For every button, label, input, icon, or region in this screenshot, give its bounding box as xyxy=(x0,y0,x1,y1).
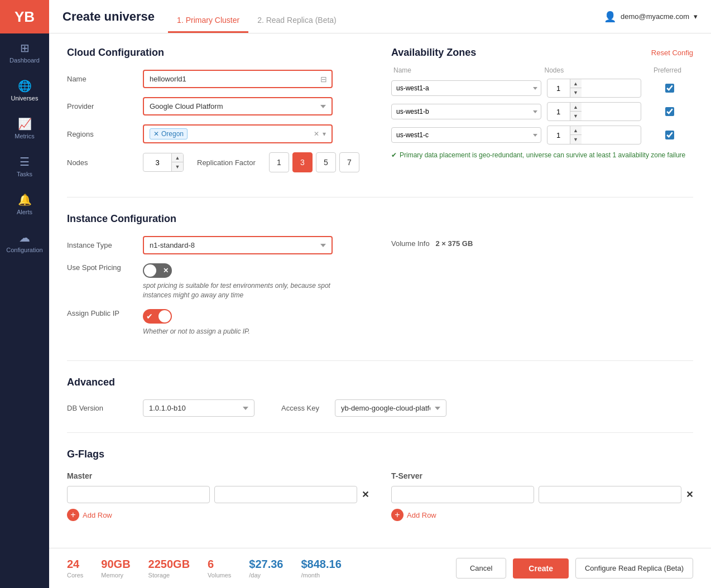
nodes-decrement[interactable]: ▼ xyxy=(172,162,183,171)
az-nodes-input-2[interactable] xyxy=(547,105,570,119)
gflags-tserver-add-row-button[interactable]: + Add Row xyxy=(391,509,436,521)
az-preferred-2[interactable] xyxy=(665,107,674,116)
sidebar-item-alerts[interactable]: 🔔 Alerts xyxy=(0,185,49,223)
az-nodes-input-1[interactable] xyxy=(547,81,570,95)
sidebar-item-tasks[interactable]: ☰ Tasks xyxy=(0,147,49,185)
az-checkbox-1 xyxy=(647,84,694,93)
az-nodes-decrement-3[interactable]: ▼ xyxy=(570,135,582,144)
db-version-label: DB Version xyxy=(67,404,134,412)
az-table-header: Name Nodes Preferred xyxy=(391,66,693,74)
universes-icon: 🌐 xyxy=(18,79,32,93)
toggle-knob-on xyxy=(158,310,171,322)
user-menu[interactable]: 👤 demo@myacme.com ▾ xyxy=(604,11,698,23)
gflags-master-remove[interactable]: ✕ xyxy=(362,489,369,500)
instance-type-label: Instance Type xyxy=(67,241,134,249)
tab-read-replica[interactable]: 2. Read Replica (Beta) xyxy=(248,16,345,33)
stat-cores: 24 Cores xyxy=(67,558,83,579)
user-avatar-icon: 👤 xyxy=(604,11,616,23)
repl-btn-5[interactable]: 5 xyxy=(316,152,336,172)
gflags-master-add-row-button[interactable]: + Add Row xyxy=(67,509,112,521)
public-ip-label: Assign Public IP xyxy=(67,309,134,317)
gflags-master-key-input[interactable] xyxy=(67,486,210,503)
instance-type-row: Instance Type n1-standard-8 xyxy=(67,236,369,254)
bottom-bar: 24 Cores 90GB Memory 2250GB Storage 6 Vo… xyxy=(49,548,711,588)
instance-type-select[interactable]: n1-standard-8 xyxy=(143,236,333,254)
gflags-master-title: Master xyxy=(67,471,369,480)
az-row-1: us-west1-a ▲ ▼ xyxy=(391,79,693,98)
nodes-input[interactable] xyxy=(143,155,171,170)
instance-config-right: Volume Info 2 × 375 GB xyxy=(391,236,693,345)
az-nodes-increment-1[interactable]: ▲ xyxy=(570,79,582,88)
dashboard-icon: ⊞ xyxy=(20,41,30,55)
sidebar-item-configuration[interactable]: ☁ Configuration xyxy=(0,223,49,261)
instance-config-left: Instance Type n1-standard-8 Use Spot Pri… xyxy=(67,236,369,345)
configure-read-replica-button[interactable]: Configure Read Replica (Beta) xyxy=(575,558,693,579)
regions-clear-icon[interactable]: ✕ xyxy=(314,130,319,138)
gflags-tserver-row: ✕ xyxy=(391,486,693,503)
az-title: Availability Zones xyxy=(391,47,476,59)
geo-redundant-message: ✔ Primary data placement is geo-redundan… xyxy=(391,150,693,160)
stat-month-cost: $848.16 /month xyxy=(301,558,341,579)
az-select-2[interactable]: us-west1-b xyxy=(391,104,541,119)
az-nodes-increment-2[interactable]: ▲ xyxy=(570,103,582,112)
name-input-wrapper: ⊟ xyxy=(143,70,333,88)
public-ip-row: Assign Public IP ✔ Whether or not to ass… xyxy=(67,309,369,336)
gflags-title: G-Flags xyxy=(67,449,693,460)
region-tag-x[interactable]: ✕ xyxy=(153,130,159,138)
repl-btn-3[interactable]: 3 xyxy=(292,152,313,172)
toggle-knob xyxy=(144,264,156,277)
az-col-preferred-header: Preferred xyxy=(644,66,691,74)
az-preferred-3[interactable] xyxy=(665,131,674,139)
nodes-increment[interactable]: ▲ xyxy=(172,153,183,162)
sidebar-item-metrics[interactable]: 📈 Metrics xyxy=(0,109,49,147)
public-ip-toggle[interactable]: ✔ xyxy=(143,309,172,324)
create-button[interactable]: Create xyxy=(513,558,569,579)
cloud-config-title: Cloud Configuration xyxy=(67,47,369,59)
name-input[interactable] xyxy=(143,70,333,88)
provider-select[interactable]: Google Cloud Platform xyxy=(143,97,333,115)
gflags-tserver-value-input[interactable] xyxy=(539,486,681,503)
alerts-icon: 🔔 xyxy=(18,193,32,206)
repl-btn-7[interactable]: 7 xyxy=(339,152,359,172)
cancel-button[interactable]: Cancel xyxy=(456,558,506,579)
az-nodes-decrement-2[interactable]: ▼ xyxy=(570,112,582,121)
repl-btn-1[interactable]: 1 xyxy=(269,152,289,172)
az-nodes-stepper-2: ▲ ▼ xyxy=(547,102,641,121)
sidebar-item-universes[interactable]: 🌐 Universes xyxy=(0,71,49,109)
tasks-icon: ☰ xyxy=(20,155,30,168)
regions-dropdown-icon[interactable]: ▾ xyxy=(323,130,326,138)
az-nodes-decrement-1[interactable]: ▼ xyxy=(570,88,582,97)
metrics-icon: 📈 xyxy=(18,117,32,131)
gflags-tserver-key-input[interactable] xyxy=(391,486,534,503)
spot-pricing-controls: ✕ spot pricing is suitable for test envi… xyxy=(143,263,355,300)
main-panel: Create universe 1. Primary Cluster 2. Re… xyxy=(49,0,711,588)
tab-primary-cluster[interactable]: 1. Primary Cluster xyxy=(168,16,248,33)
availability-zones-section: Availability Zones Reset Config Name Nod… xyxy=(391,47,693,181)
az-nodes-stepper-1: ▲ ▼ xyxy=(547,79,641,98)
access-key-select[interactable]: yb-demo-google-cloud-platfor xyxy=(335,399,446,417)
toggle-on-icon: ✔ xyxy=(146,312,153,321)
az-nodes-increment-3[interactable]: ▲ xyxy=(570,126,582,135)
public-ip-note: Whether or not to assign a public IP. xyxy=(143,327,250,336)
db-version-select[interactable]: 1.0.1.0-b10 xyxy=(143,399,254,417)
stat-day-cost: $27.36 /day xyxy=(249,558,283,579)
app-logo[interactable]: YB xyxy=(0,0,49,33)
gflags-tserver-remove[interactable]: ✕ xyxy=(686,489,693,500)
reset-config-button[interactable]: Reset Config xyxy=(651,49,693,57)
az-select-1[interactable]: us-west1-a xyxy=(391,80,541,96)
spot-pricing-toggle[interactable]: ✕ xyxy=(143,263,172,278)
spot-pricing-label: Use Spot Pricing xyxy=(67,263,134,272)
stat-volumes: 6 Volumes xyxy=(208,558,231,579)
volume-info: Volume Info 2 × 375 GB xyxy=(391,239,693,248)
az-select-3[interactable]: us-west1-c xyxy=(391,127,541,143)
advanced-row: DB Version 1.0.1.0-b10 Access Key yb-dem… xyxy=(67,399,693,417)
regions-label: Regions xyxy=(67,130,134,138)
sidebar-item-dashboard[interactable]: ⊞ Dashboard xyxy=(0,33,49,71)
regions-input[interactable]: ✕ Oregon ✕ ▾ xyxy=(143,124,333,143)
region-tag-oregon: ✕ Oregon xyxy=(150,128,188,139)
az-preferred-1[interactable] xyxy=(665,84,674,93)
public-ip-controls: ✔ Whether or not to assign a public IP. xyxy=(143,309,250,336)
az-nodes-input-3[interactable] xyxy=(547,128,570,142)
az-row-2: us-west1-b ▲ ▼ xyxy=(391,102,693,121)
gflags-master-value-input[interactable] xyxy=(214,486,357,503)
